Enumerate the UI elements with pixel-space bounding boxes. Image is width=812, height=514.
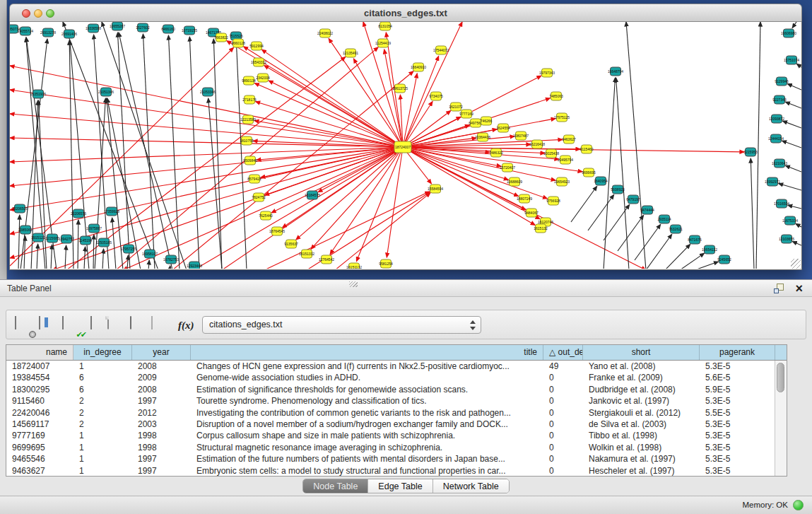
table-row[interactable]: 1456911722003Disruption of a novel membe… (6, 419, 787, 430)
network-window-titlebar[interactable]: citations_edges.txt (9, 4, 802, 22)
graph-node[interactable]: 12505185 (96, 238, 112, 247)
graph-node[interactable]: 9756928 (546, 197, 560, 205)
graph-node[interactable]: 16216418 (529, 140, 545, 148)
graph-node[interactable]: 11254419 (375, 39, 391, 47)
graph-node[interactable]: 3215953 (743, 148, 758, 156)
close-icon[interactable]: × (795, 280, 803, 297)
graph-node[interactable]: 1621072 (449, 103, 463, 111)
graph-node[interactable]: 2718176 (242, 95, 257, 104)
graph-node[interactable]: 19654923 (554, 177, 570, 186)
graph-node[interactable]: 1624554 (496, 124, 510, 132)
graph-node[interactable]: 16782753 (163, 255, 179, 264)
graph-node[interactable]: 9581254 (379, 259, 393, 268)
graph-node[interactable]: 19336588 (86, 24, 101, 33)
table-row[interactable]: 946554611997Estimation of the future num… (6, 453, 787, 465)
table-options-icon[interactable] (15, 317, 33, 335)
resize-grip[interactable] (791, 259, 801, 269)
graph-node[interactable]: 1810755 (240, 136, 254, 145)
column-header-1[interactable]: in_degree (73, 345, 132, 360)
graph-node[interactable]: 1215685 (45, 234, 59, 243)
graph-node[interactable]: 17016504 (774, 199, 789, 208)
table-row[interactable]: 1872400712008Changes of HCN gene express… (6, 361, 787, 372)
graph-node[interactable]: 8466160 (161, 25, 175, 33)
row-height-icon[interactable] (86, 317, 105, 335)
splitter-grip[interactable] (349, 281, 358, 287)
graph-node[interactable]: 2342004 (256, 74, 270, 82)
graph-node[interactable]: 9699695 (582, 168, 596, 177)
graph-node[interactable]: 9890134 (242, 76, 256, 85)
graph-node[interactable]: 5912994 (249, 42, 264, 50)
graph-node[interactable]: 18764545 (269, 227, 285, 235)
graph-node[interactable]: 9660128 (231, 39, 245, 47)
tab-network-table[interactable]: Network Table (433, 479, 509, 493)
graph-node[interactable]: 16958107 (142, 250, 158, 258)
create-column-icon[interactable] (106, 317, 124, 335)
graph-node[interactable]: 8131054 (378, 22, 392, 30)
graph-node[interactable]: 9135637 (284, 240, 298, 248)
vertical-scrollbar[interactable] (775, 361, 787, 476)
graph-node[interactable]: 16151132 (346, 263, 362, 269)
float-window-icon[interactable] (774, 284, 784, 293)
graph-node[interactable]: 23206505 (12, 204, 28, 213)
graph-node[interactable]: 12093872 (769, 115, 784, 123)
graph-node[interactable]: 7485063 (549, 92, 563, 100)
column-header-0[interactable]: name (6, 345, 73, 360)
graph-node[interactable]: 19797343 (539, 69, 555, 77)
graph-node[interactable]: 26351905 (30, 90, 46, 98)
graph-node[interactable]: 7486322 (489, 148, 503, 157)
graph-node[interactable]: 9227343 (772, 95, 787, 104)
graph-node[interactable]: 11675334 (782, 216, 798, 225)
graph-node[interactable]: 22408022 (317, 29, 333, 37)
tab-edge-table[interactable]: Edge Table (368, 479, 433, 493)
graph-node[interactable]: 20691406 (61, 30, 77, 38)
graph-node[interactable]: 26913278 (40, 28, 56, 37)
graph-node[interactable]: 9245652 (717, 255, 731, 264)
graph-node[interactable]: 9777169 (459, 110, 473, 118)
graph-node[interactable]: 9734075 (429, 92, 443, 100)
graph-node[interactable]: 17975125 (554, 113, 570, 122)
graph-node[interactable]: 3915121 (31, 233, 45, 242)
column-header-4[interactable]: △ out_de... (543, 345, 583, 360)
graph-node[interactable]: 21053346 (200, 88, 216, 96)
graph-node[interactable]: 12103655 (779, 235, 794, 243)
graph-node[interactable]: 7625440 (259, 211, 273, 220)
graph-node[interactable]: 12444154 (768, 134, 784, 143)
column-header-5[interactable]: short (583, 345, 700, 360)
graph-node[interactable]: 9129946 (775, 77, 789, 86)
graph-node[interactable]: 7824752 (252, 193, 266, 201)
graph-node[interactable]: 19613725 (392, 84, 408, 93)
graph-node[interactable]: 15992971 (765, 177, 780, 186)
graph-node[interactable]: 2385061 (18, 226, 33, 234)
graph-node[interactable]: 13942757 (59, 235, 74, 243)
graph-node[interactable]: 10975887 (86, 224, 102, 233)
graph-node[interactable]: 16640910 (411, 63, 426, 71)
show-columns-icon[interactable] (39, 317, 57, 335)
graph-node[interactable]: 20495794 (558, 156, 573, 164)
select-rows-icon[interactable]: ✔✔ (62, 317, 81, 335)
column-header-2[interactable]: year (132, 345, 191, 360)
graph-node[interactable]: 1145194 (78, 236, 92, 245)
graph-node[interactable]: 15751074 (784, 56, 799, 64)
graph-node[interactable]: 9509846 (243, 156, 257, 165)
graph-node[interactable]: 10655287 (110, 22, 125, 30)
graph-node[interactable]: 12764542 (319, 255, 334, 264)
graph-node[interactable]: 1640954 (594, 177, 608, 185)
graph-node[interactable]: 24055724 (18, 27, 33, 35)
graph-node[interactable]: 16606980 (781, 29, 796, 37)
table-row[interactable]: 946362711997Embryonic stem cells: a mode… (6, 465, 787, 477)
graph-node[interactable]: 12923448 (187, 262, 202, 269)
graph-node[interactable]: 15584594 (428, 185, 443, 193)
delete-column-icon[interactable] (130, 317, 148, 335)
table-selector-dropdown[interactable]: citations_edges.txt (202, 316, 481, 334)
table-row[interactable]: 1938455462009Genome-wide association stu… (6, 372, 787, 383)
graph-node[interactable]: 8579421 (247, 175, 261, 183)
graph-node[interactable]: 6479197 (626, 195, 640, 204)
tab-node-table[interactable]: Node Table (303, 479, 368, 493)
table-row[interactable]: 969969511998Structural magnetic resonanc… (6, 442, 787, 453)
graph-node[interactable]: 16151332 (299, 250, 314, 258)
graph-node[interactable]: 21051346 (98, 88, 114, 96)
graph-node[interactable]: 10025438 (543, 149, 559, 158)
graph-node[interactable]: 9115460 (579, 145, 593, 153)
scrollbar-thumb[interactable] (777, 363, 784, 392)
function-builder-icon[interactable]: f(x) (178, 317, 199, 335)
